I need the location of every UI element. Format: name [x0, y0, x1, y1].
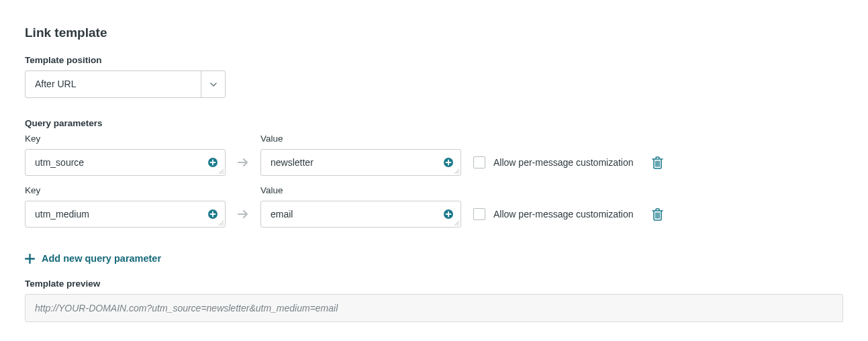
plus-circle-icon[interactable]: [207, 157, 218, 168]
customize-checkbox[interactable]: [473, 208, 485, 220]
query-parameters-label: Query parameters: [25, 118, 843, 128]
value-input[interactable]: [261, 201, 461, 227]
customize-checkbox-label: Allow per-message customization: [493, 157, 634, 168]
trash-icon: [652, 208, 663, 221]
value-input-wrap: [260, 201, 461, 228]
key-input-wrap: [25, 149, 226, 176]
value-column-label: Value: [260, 134, 461, 144]
arrow-right-icon: [235, 201, 251, 228]
parameter-row: Key Value Allow per-message customizat: [25, 185, 843, 228]
value-column-label: Value: [260, 185, 461, 195]
key-column-label: Key: [25, 134, 226, 144]
key-column-label: Key: [25, 185, 226, 195]
arrow-right-icon: [235, 149, 251, 176]
plus-circle-icon[interactable]: [443, 157, 454, 168]
add-parameter-button[interactable]: Add new query parameter: [25, 253, 161, 264]
plus-icon: [25, 254, 35, 264]
template-position-value: After URL: [26, 71, 201, 97]
customize-checkbox[interactable]: [473, 156, 485, 168]
key-input[interactable]: [26, 201, 225, 227]
value-input[interactable]: [261, 150, 461, 175]
template-preview-label: Template preview: [25, 279, 843, 289]
plus-circle-icon[interactable]: [207, 209, 218, 220]
template-position-select[interactable]: After URL: [25, 70, 226, 98]
customize-checkbox-label: Allow per-message customization: [493, 209, 634, 220]
key-input-wrap: [25, 201, 226, 228]
template-position-label: Template position: [25, 55, 843, 65]
parameter-row: Key Value Allow per-message customizat: [25, 134, 843, 176]
plus-circle-icon[interactable]: [443, 209, 454, 220]
add-parameter-label: Add new query parameter: [42, 253, 161, 264]
trash-icon: [652, 156, 663, 169]
key-input[interactable]: [26, 150, 225, 175]
delete-row-button[interactable]: [650, 149, 666, 176]
section-title: Link template: [25, 26, 843, 40]
delete-row-button[interactable]: [650, 201, 666, 228]
template-preview-value: http://YOUR-DOMAIN.com?utm_source=newsle…: [25, 294, 843, 322]
chevron-down-icon: [201, 71, 225, 97]
value-input-wrap: [260, 149, 461, 176]
